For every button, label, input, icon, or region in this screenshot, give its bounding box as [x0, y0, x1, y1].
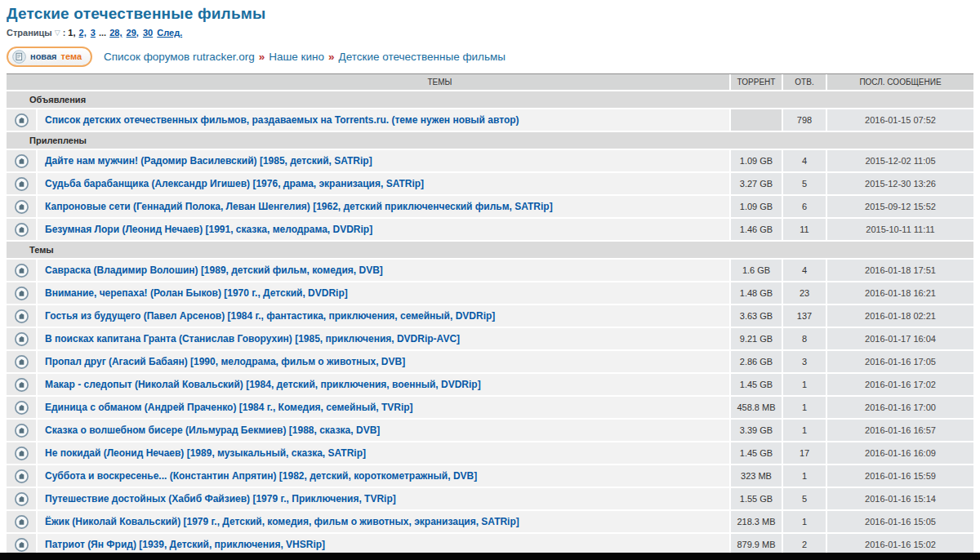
- topic-title-cell: Безумная Лори (Леонид Нечаев) [1991, ска…: [38, 219, 729, 240]
- topic-row: Сказка о волшебном бисере (Ильмурад Бекм…: [7, 420, 973, 441]
- torrent-size: 1.48 GB: [731, 282, 782, 304]
- topic-title-link[interactable]: Ёжик (Николай Ковальский) [1979 г., Детс…: [45, 516, 519, 527]
- table-header-row: ТЕМЫ ТОРРЕНТ ОТВ. ПОСЛ. СООБЩЕНИЕ: [7, 74, 973, 90]
- torrent-size: 1.6 GB: [731, 260, 782, 281]
- breadcrumb-link-0[interactable]: Список форумов rutracker.org: [104, 51, 255, 63]
- topic-row: Путешествие достойных (Хабиб Файзиев) [1…: [7, 488, 973, 509]
- topic-row: Гостья из будущего (Павел Арсенов) [1984…: [7, 305, 973, 327]
- topic-title-link[interactable]: Макар - следопыт (Николай Ковальский) [1…: [45, 379, 481, 390]
- topic-title-link[interactable]: Единица с обманом (Андрей Праченко) [198…: [45, 402, 413, 413]
- replies-count: 5: [783, 173, 826, 194]
- torrent-size: 1.45 GB: [731, 374, 782, 395]
- bottom-black-bar: [0, 553, 980, 560]
- topic-title-link[interactable]: Сказка о волшебном бисере (Ильмурад Бекм…: [45, 424, 380, 436]
- topic-title-cell: Список детских отечественных фильмов, ра…: [38, 109, 729, 131]
- replies-count: 4: [783, 260, 826, 281]
- breadcrumb-link-2[interactable]: Наше кино: [269, 51, 324, 63]
- torrent-size: 1.46 GB: [731, 219, 782, 240]
- last-post-time: 2015-12-02 11:05: [827, 150, 973, 171]
- page-current: 1,: [68, 28, 75, 38]
- last-post-time: 2016-01-18 02:21: [827, 305, 973, 327]
- replies-count: 5: [783, 488, 826, 509]
- last-post-time: 2015-12-30 13:26: [827, 173, 973, 194]
- last-post-time: 2016-01-16 16:57: [827, 420, 973, 441]
- new-topic-label-2: тема: [61, 51, 82, 61]
- replies-count: 23: [783, 282, 826, 304]
- topic-row: Ёжик (Николай Ковальский) [1979 г., Детс…: [7, 511, 973, 532]
- last-post-time: 2015-09-12 15:52: [827, 196, 973, 217]
- topic-row: В поисках капитана Гранта (Станислав Гов…: [7, 328, 973, 349]
- topic-title-link[interactable]: Савраска (Владимир Волошин) [1989, детск…: [45, 264, 383, 276]
- last-post-time: 2016-01-16 15:05: [827, 511, 973, 532]
- page-link-28[interactable]: 28,: [109, 28, 122, 38]
- page-link-3[interactable]: 3: [91, 28, 96, 38]
- topic-icon: [7, 305, 36, 327]
- topic-row: Список детских отечественных фильмов, ра…: [7, 109, 973, 131]
- topic-icon: [7, 219, 36, 240]
- topic-title-link[interactable]: Безумная Лори (Леонид Нечаев) [1991, ска…: [45, 224, 372, 235]
- topic-icon: [7, 374, 36, 395]
- topic-title-cell: Сказка о волшебном бисере (Ильмурад Бекм…: [38, 420, 729, 441]
- topic-icon: [7, 351, 36, 372]
- last-post-time: 2016-01-16 17:00: [827, 397, 973, 418]
- breadcrumb-separator: »: [328, 51, 335, 63]
- col-header-replies: ОТВ.: [783, 74, 826, 90]
- page-link-След[interactable]: След.: [157, 28, 182, 38]
- topic-row: Савраска (Владимир Волошин) [1989, детск…: [7, 260, 973, 281]
- topic-title-cell: Макар - следопыт (Николай Ковальский) [1…: [38, 374, 729, 395]
- torrent-size: 1.09 GB: [731, 150, 782, 171]
- last-post-time: 2016-01-16 15:59: [827, 465, 973, 487]
- topic-title-cell: Дайте нам мужчин! (Радомир Василевский) …: [38, 150, 729, 171]
- topic-title-cell: Не покидай (Леонид Нечаев) [1989, музыка…: [38, 442, 729, 464]
- topic-title-link[interactable]: Судьба барабанщика (Александр Игишев) [1…: [45, 178, 424, 189]
- topic-icon: [7, 150, 36, 171]
- forum-topics-table: ТЕМЫ ТОРРЕНТ ОТВ. ПОСЛ. СООБЩЕНИЕ Объявл…: [7, 73, 973, 560]
- topic-title-link[interactable]: Суббота и воскресенье... (Константин Апр…: [45, 470, 477, 482]
- topic-title-cell: Гостья из будущего (Павел Арсенов) [1984…: [38, 305, 729, 327]
- replies-count: 137: [783, 305, 826, 327]
- toolbar: новая тема Список форумов rutracker.org»…: [7, 46, 973, 67]
- topic-title-cell: Судьба барабанщика (Александр Игишев) [1…: [38, 173, 729, 194]
- new-topic-label-1: новая: [30, 51, 57, 61]
- topic-title-link[interactable]: Дайте нам мужчин! (Радомир Василевский) …: [45, 155, 372, 167]
- replies-count: 11: [783, 219, 826, 240]
- last-post-time: 2016-01-18 16:21: [827, 282, 973, 304]
- last-post-time: 2016-01-15 07:52: [827, 109, 973, 131]
- replies-count: 798: [783, 109, 826, 131]
- page-title: Детские отечественные фильмы: [7, 5, 973, 23]
- torrent-size: 3.39 GB: [731, 420, 782, 441]
- torrent-size: 458.8 MB: [731, 397, 782, 418]
- topic-icon: [7, 282, 36, 304]
- col-header-lastpost: ПОСЛ. СООБЩЕНИЕ: [827, 74, 973, 90]
- last-post-time: 2016-01-16 17:02: [827, 374, 973, 395]
- replies-count: 1: [783, 374, 826, 395]
- col-header-topics: ТЕМЫ: [7, 74, 729, 90]
- new-topic-button[interactable]: новая тема: [7, 47, 92, 67]
- topic-title-link[interactable]: Внимание, черепаха! (Ролан Быков) [1970 …: [45, 287, 348, 299]
- topic-title-link[interactable]: Путешествие достойных (Хабиб Файзиев) [1…: [45, 493, 396, 504]
- torrent-size: 9.21 GB: [731, 328, 782, 349]
- topic-row: Безумная Лори (Леонид Нечаев) [1991, ска…: [7, 219, 973, 240]
- topic-title-cell: Капроновые сети (Геннадий Полока, Леван …: [38, 196, 729, 217]
- topic-row: Макар - следопыт (Николай Ковальский) [1…: [7, 374, 973, 395]
- topic-title-link[interactable]: Пропал друг (Агасий Бабаян) [1990, мелод…: [45, 356, 405, 367]
- last-post-time: 2016-01-16 15:14: [827, 488, 973, 509]
- page-link-2[interactable]: 2,: [79, 28, 87, 38]
- topic-title-link[interactable]: Патриот (Ян Фрид) [1939, Детский, приклю…: [45, 539, 325, 550]
- topic-title-link[interactable]: Не покидай (Леонид Нечаев) [1989, музыка…: [45, 447, 366, 459]
- topic-icon: [7, 465, 36, 487]
- last-post-time: 2016-01-18 17:51: [827, 260, 973, 281]
- breadcrumb-separator: »: [259, 51, 265, 63]
- topic-title-link[interactable]: Список детских отечественных фильмов, ра…: [45, 114, 519, 126]
- topic-row: Дайте нам мужчин! (Радомир Василевский) …: [7, 150, 973, 171]
- torrent-size: 1.45 GB: [731, 442, 782, 464]
- topic-title-link[interactable]: В поисках капитана Гранта (Станислав Гов…: [45, 333, 460, 344]
- pages-filter-icon[interactable]: ▽: [55, 29, 60, 37]
- breadcrumb-link-4[interactable]: Детские отечественные фильмы: [339, 51, 506, 63]
- topic-title-cell: Суббота и воскресенье... (Константин Апр…: [38, 465, 729, 487]
- topic-title-link[interactable]: Гостья из будущего (Павел Арсенов) [1984…: [45, 310, 495, 322]
- page-link-30[interactable]: 30: [143, 28, 153, 38]
- section-header: Объявления: [7, 91, 973, 108]
- topic-title-link[interactable]: Капроновые сети (Геннадий Полока, Леван …: [45, 201, 553, 212]
- page-link-29[interactable]: 29,: [127, 28, 139, 38]
